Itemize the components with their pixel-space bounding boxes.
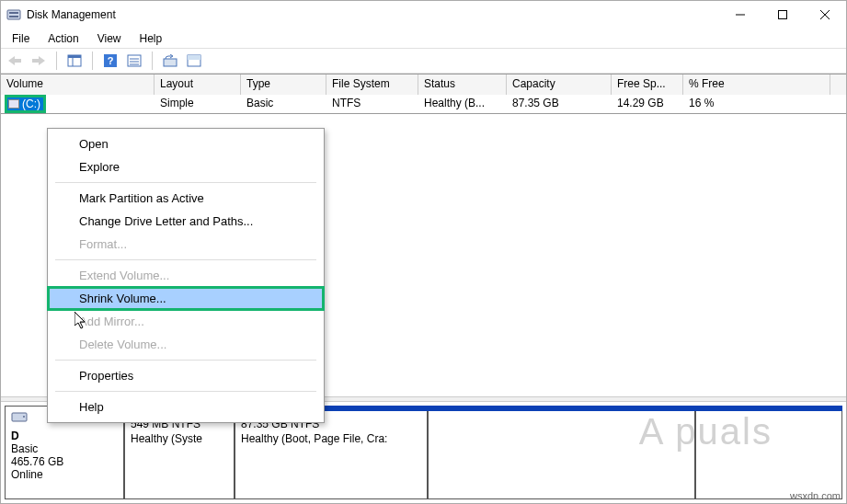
cell-status: Healthy (B...	[418, 95, 507, 113]
menu-file[interactable]: File	[5, 30, 37, 47]
ctx-explore[interactable]: Explore	[48, 155, 324, 178]
col-type[interactable]: Type	[241, 74, 326, 95]
volume-table: Volume Layout Type File System Status Ca…	[1, 74, 846, 114]
minimize-button[interactable]	[719, 1, 761, 29]
svg-rect-8	[68, 55, 81, 58]
cell-type: Basic	[241, 95, 326, 113]
cell-capacity: 87.35 GB	[507, 95, 612, 113]
ctx-open[interactable]: Open	[48, 132, 324, 155]
drive-c-badge[interactable]: (C:)	[6, 97, 44, 111]
ctx-separator	[55, 391, 316, 392]
window: Disk Management File Action View Help ? …	[0, 0, 847, 504]
disk-status: Online	[11, 468, 43, 481]
cell-volume: (C:)	[1, 95, 155, 113]
disk-type: Basic	[11, 442, 38, 455]
svg-rect-16	[164, 59, 177, 66]
cell-layout: Simple	[155, 95, 241, 113]
partition-1[interactable]: 549 MB NTFS Healthy (Syste	[124, 411, 235, 499]
svg-rect-2	[9, 16, 18, 17]
menu-help[interactable]: Help	[132, 30, 170, 47]
col-layout[interactable]: Layout	[155, 74, 241, 95]
titlebar: Disk Management	[1, 1, 846, 29]
svg-rect-1	[9, 12, 18, 14]
drive-label: (C:)	[22, 97, 40, 110]
menu-view[interactable]: View	[90, 30, 129, 47]
disk-mgmt-icon	[6, 7, 21, 22]
col-fs[interactable]: File System	[326, 74, 418, 95]
col-volume[interactable]: Volume	[1, 74, 155, 95]
cell-fs: NTFS	[326, 95, 418, 113]
ctx-separator	[55, 259, 316, 260]
ctx-separator	[55, 360, 316, 361]
help-button[interactable]: ?	[100, 51, 120, 71]
svg-rect-4	[779, 11, 787, 19]
attribution: wsxdn.com	[790, 490, 841, 501]
partition-3[interactable]	[428, 411, 695, 499]
window-title: Disk Management	[27, 8, 719, 21]
ctx-mark-active[interactable]: Mark Partition as Active	[48, 187, 324, 210]
context-menu: Open Explore Mark Partition as Active Ch…	[47, 128, 325, 423]
svg-point-20	[23, 416, 25, 418]
toolbar-separator	[152, 52, 153, 70]
ctx-format[interactable]: Format...	[48, 233, 324, 256]
col-pct[interactable]: % Free	[683, 74, 830, 95]
ctx-extend[interactable]: Extend Volume...	[48, 264, 324, 287]
forward-button[interactable]	[29, 51, 49, 71]
cell-free: 14.29 GB	[612, 95, 683, 113]
col-status[interactable]: Status	[418, 74, 507, 95]
partition-status: Healthy (Boot, Page File, Cra:	[241, 431, 421, 446]
ctx-delete[interactable]: Delete Volume...	[48, 333, 324, 356]
window-buttons	[719, 1, 846, 29]
layout-top-button[interactable]	[184, 51, 204, 71]
menu-bar: File Action View Help	[1, 29, 846, 48]
ctx-shrink[interactable]: Shrink Volume...	[48, 287, 324, 310]
cell-pct: 16 %	[683, 95, 830, 113]
ctx-properties[interactable]: Properties	[48, 364, 324, 387]
svg-text:?: ?	[108, 55, 114, 66]
toolbar-separator	[92, 52, 93, 70]
refresh-button[interactable]	[160, 51, 180, 71]
partition-2[interactable]: 87.35 GB NTFS Healthy (Boot, Page File, …	[235, 411, 428, 499]
ctx-separator	[55, 182, 316, 183]
close-button[interactable]	[804, 1, 846, 29]
disk-size: 465.76 GB	[11, 455, 63, 468]
col-free[interactable]: Free Sp...	[612, 74, 683, 95]
disk-name: D	[11, 430, 19, 442]
maximize-button[interactable]	[761, 1, 804, 29]
drive-icon	[8, 99, 19, 109]
toolbar-separator	[56, 52, 57, 70]
col-capacity[interactable]: Capacity	[507, 74, 612, 95]
volume-header-row: Volume Layout Type File System Status Ca…	[1, 74, 846, 95]
show-hide-button[interactable]	[64, 51, 85, 71]
ctx-add-mirror[interactable]: Add Mirror...	[48, 310, 324, 333]
settings-list-button[interactable]	[124, 51, 144, 71]
partition-4[interactable]	[695, 411, 842, 499]
back-button[interactable]	[5, 51, 25, 71]
toolbar: ?	[1, 48, 846, 74]
ctx-change-letter[interactable]: Change Drive Letter and Paths...	[48, 210, 324, 233]
volume-row[interactable]: (C:) Simple Basic NTFS Healthy (B... 87.…	[1, 95, 846, 113]
menu-action[interactable]: Action	[40, 30, 86, 47]
partition-status: Healthy (Syste	[131, 431, 228, 446]
svg-rect-18	[188, 55, 200, 60]
svg-rect-0	[7, 10, 20, 19]
ctx-help[interactable]: Help	[48, 395, 324, 418]
